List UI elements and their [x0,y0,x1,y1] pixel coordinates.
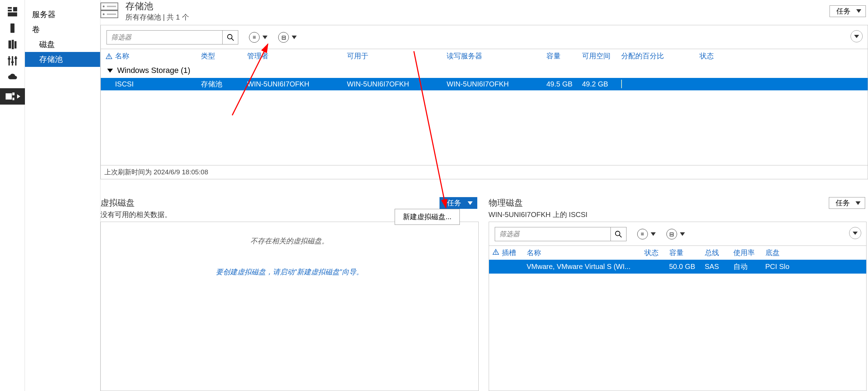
pdisk-filter-box[interactable] [495,227,627,241]
svg-rect-15 [12,93,14,95]
svg-rect-14 [5,93,12,100]
dashboard-icon[interactable] [6,6,19,17]
pool-filter-box[interactable] [106,30,238,44]
chevron-down-icon [651,232,656,236]
local-server-icon[interactable] [6,23,19,33]
svg-rect-16 [12,98,14,100]
chevron-down-icon [856,9,861,13]
svg-line-24 [231,38,233,41]
svg-rect-25 [109,55,109,57]
search-icon[interactable] [610,227,626,241]
search-icon[interactable] [222,31,238,44]
svg-rect-3 [7,12,17,16]
nav-servers[interactable]: 服务器 [25,7,100,22]
pd-col-capacity[interactable]: 容量 [669,248,705,258]
pd-col-usage[interactable]: 使用率 [733,248,765,258]
svg-rect-26 [109,58,109,58]
svg-rect-1 [7,10,11,11]
cell-manager: WIN-5UNI6I7OFKH [247,80,347,88]
warning-column-icon[interactable] [493,249,502,257]
pd-cell-capacity: 50.0 GB [669,263,705,271]
svg-rect-11 [7,58,10,60]
pdisk-filter-input[interactable] [495,230,610,238]
pool-filter-input[interactable] [107,33,222,41]
pdisk-export-button[interactable]: ⊟ [666,229,685,239]
svg-rect-6 [12,40,14,49]
pool-expand-button[interactable] [851,30,863,42]
pool-export-button[interactable]: ⊟ [278,32,297,43]
storage-icon-active[interactable] [0,88,25,105]
pd-col-name[interactable]: 名称 [527,248,644,258]
pdisk-view-button[interactable]: ≡ [637,229,656,239]
vdisk-tasks-button[interactable]: 任务 [440,197,477,209]
pd-cell-bus: SAS [705,263,733,271]
pd-col-status[interactable]: 状态 [644,248,669,258]
pool-grid-header: 名称 类型 管理者 可用于 读写服务器 容量 可用空间 分配的百分比 状态 [101,49,868,63]
nav-storage-pools[interactable]: 存储池 [25,52,100,67]
pdisk-subtitle: WIN-5UNI6I7OFKH 上的 ISCSI [489,210,588,220]
pool-panel-footer: 上次刷新时间为 2024/6/9 18:05:08 [101,165,868,179]
pool-group-label: Windows Storage (1) [117,66,190,75]
pdisk-grid-header: 插槽 名称 状态 容量 总线 使用率 底盘 [489,245,867,260]
collapse-triangle-icon [107,69,113,73]
pdisk-title: 物理磁盘 [489,197,588,208]
svg-rect-2 [13,7,17,11]
pd-col-chassis[interactable]: 底盘 [765,248,797,258]
svg-point-23 [227,35,232,39]
col-alloc-pct[interactable]: 分配的百分比 [621,51,700,61]
col-capacity[interactable]: 容量 [546,51,582,61]
warning-column-icon[interactable] [104,53,114,59]
vdisk-title: 虚拟磁盘 [100,197,172,208]
pool-subtitle: 所有存储池 | 共 1 个 [125,12,189,22]
left-nav: 服务器 卷 磁盘 存储池 [25,0,100,391]
col-name[interactable]: 名称 [114,51,201,61]
cell-name: ISCSI [114,80,201,88]
chevron-down-icon [853,232,858,235]
pool-view-button[interactable]: ≡ [249,32,267,43]
svg-rect-12 [11,62,14,63]
pdisk-expand-button[interactable] [849,227,861,239]
pool-group-row[interactable]: Windows Storage (1) [101,63,868,78]
nav-volumes[interactable]: 卷 [25,22,100,37]
svg-rect-30 [495,254,496,254]
nav-disks[interactable]: 磁盘 [25,37,100,52]
chevron-down-icon [292,36,297,39]
all-servers-icon[interactable] [6,39,19,50]
cloud-icon[interactable] [6,72,19,83]
pd-cell-chassis: PCI Slo [765,263,797,271]
menu-new-virtual-disk[interactable]: 新建虚拟磁盘... [395,209,460,225]
expand-arrow-icon [17,94,20,99]
pool-data-row[interactable]: ISCSI 存储池 WIN-5UNI6I7OFKH WIN-5UNI6I7OFK… [101,78,868,90]
svg-rect-8 [8,56,10,65]
svg-point-27 [615,231,620,236]
chevron-down-icon [263,36,267,39]
col-free[interactable]: 可用空间 [582,51,621,61]
main-content: 存储池 所有存储池 | 共 1 个 任务 [100,0,868,391]
vdisk-hint: 要创建虚拟磁盘，请启动"新建虚拟磁盘"向导。 [216,267,363,277]
cell-alloc-bar [621,80,700,88]
col-available-for[interactable]: 可用于 [347,51,447,61]
col-status[interactable]: 状态 [700,51,724,61]
cell-capacity: 49.5 GB [546,80,582,88]
pdisk-data-row[interactable]: VMware, VMware Virtual S (WI... 50.0 GB … [489,260,867,274]
pdisk-tasks-button[interactable]: 任务 [829,197,865,209]
cell-rw-server: WIN-5UNI6I7OFKH [447,80,546,88]
svg-rect-5 [8,41,11,49]
chevron-down-icon [854,35,859,38]
svg-rect-9 [12,56,13,65]
svg-rect-0 [7,7,11,9]
cell-available-for: WIN-5UNI6I7OFKH [347,80,447,88]
vdisk-subtitle: 没有可用的相关数据。 [100,210,172,220]
col-manager[interactable]: 管理者 [247,51,347,61]
svg-rect-22 [107,14,116,15]
col-type[interactable]: 类型 [201,51,247,61]
col-rw-server[interactable]: 读写服务器 [447,51,546,61]
svg-line-28 [619,235,622,237]
svg-rect-21 [107,6,116,7]
pd-col-bus[interactable]: 总线 [705,248,733,258]
svg-point-19 [103,5,105,7]
pool-tasks-button[interactable]: 任务 [830,5,866,17]
tools-icon[interactable] [6,56,19,66]
pd-col-slot[interactable]: 插槽 [502,248,527,258]
svg-point-20 [103,13,105,15]
